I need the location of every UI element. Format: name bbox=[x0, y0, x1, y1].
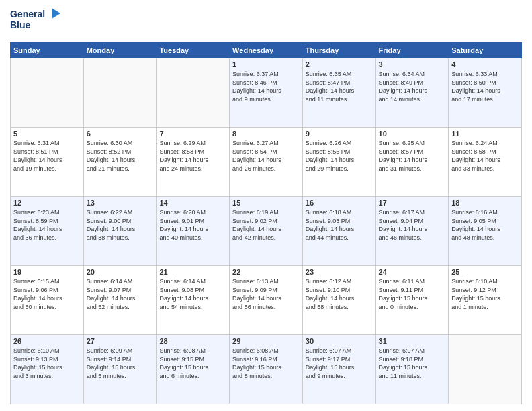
table-cell: 30Sunrise: 6:07 AM Sunset: 9:17 PM Dayli… bbox=[302, 335, 375, 404]
logo: General Blue bbox=[10, 7, 64, 37]
table-row: 12Sunrise: 6:23 AM Sunset: 8:59 PM Dayli… bbox=[11, 197, 522, 266]
day-number: 23 bbox=[306, 268, 373, 276]
day-number: 10 bbox=[379, 130, 446, 138]
day-info: Sunrise: 6:10 AM Sunset: 9:12 PM Dayligh… bbox=[451, 277, 519, 311]
day-info: Sunrise: 6:08 AM Sunset: 9:16 PM Dayligh… bbox=[232, 347, 300, 380]
day-number: 27 bbox=[87, 337, 154, 345]
day-number: 19 bbox=[13, 268, 81, 276]
svg-text:Blue: Blue bbox=[10, 19, 31, 30]
table-cell: 24Sunrise: 6:11 AM Sunset: 9:11 PM Dayli… bbox=[375, 266, 449, 335]
page: General Blue Sunday Monday Tuesday Wedne… bbox=[0, 0, 532, 411]
day-info: Sunrise: 6:35 AM Sunset: 8:47 PM Dayligh… bbox=[306, 70, 373, 103]
table-cell: 31Sunrise: 6:07 AM Sunset: 9:18 PM Dayli… bbox=[375, 335, 449, 404]
day-number: 13 bbox=[87, 199, 154, 207]
day-number: 1 bbox=[232, 60, 300, 68]
day-number: 16 bbox=[306, 199, 373, 207]
day-info: Sunrise: 6:08 AM Sunset: 9:15 PM Dayligh… bbox=[159, 347, 226, 380]
day-number: 8 bbox=[232, 130, 300, 138]
table-cell bbox=[83, 58, 157, 128]
day-number: 2 bbox=[306, 60, 373, 68]
day-info: Sunrise: 6:29 AM Sunset: 8:53 PM Dayligh… bbox=[159, 139, 226, 173]
table-cell: 26Sunrise: 6:10 AM Sunset: 9:13 PM Dayli… bbox=[11, 335, 84, 404]
table-cell: 2Sunrise: 6:35 AM Sunset: 8:47 PM Daylig… bbox=[302, 58, 375, 128]
table-cell: 3Sunrise: 6:34 AM Sunset: 8:49 PM Daylig… bbox=[375, 58, 449, 128]
table-cell: 11Sunrise: 6:24 AM Sunset: 8:58 PM Dayli… bbox=[449, 128, 522, 197]
day-info: Sunrise: 6:12 AM Sunset: 9:10 PM Dayligh… bbox=[306, 277, 373, 311]
table-cell: 28Sunrise: 6:08 AM Sunset: 9:15 PM Dayli… bbox=[157, 335, 230, 404]
day-number: 3 bbox=[379, 60, 446, 68]
day-number: 24 bbox=[379, 268, 446, 276]
day-info: Sunrise: 6:13 AM Sunset: 9:09 PM Dayligh… bbox=[232, 277, 300, 311]
day-info: Sunrise: 6:18 AM Sunset: 9:03 PM Dayligh… bbox=[306, 208, 373, 242]
table-cell: 23Sunrise: 6:12 AM Sunset: 9:10 PM Dayli… bbox=[302, 266, 375, 335]
table-cell bbox=[11, 58, 84, 128]
day-info: Sunrise: 6:24 AM Sunset: 8:58 PM Dayligh… bbox=[451, 139, 519, 173]
day-info: Sunrise: 6:31 AM Sunset: 8:51 PM Dayligh… bbox=[13, 139, 81, 173]
svg-text:General: General bbox=[10, 9, 45, 19]
day-info: Sunrise: 6:26 AM Sunset: 8:55 PM Dayligh… bbox=[306, 139, 373, 173]
day-info: Sunrise: 6:33 AM Sunset: 8:50 PM Dayligh… bbox=[451, 70, 519, 103]
table-row: 19Sunrise: 6:15 AM Sunset: 9:06 PM Dayli… bbox=[11, 266, 522, 335]
day-info: Sunrise: 6:07 AM Sunset: 9:17 PM Dayligh… bbox=[306, 347, 373, 380]
table-cell: 7Sunrise: 6:29 AM Sunset: 8:53 PM Daylig… bbox=[157, 128, 230, 197]
table-cell: 6Sunrise: 6:30 AM Sunset: 8:52 PM Daylig… bbox=[83, 128, 157, 197]
col-wednesday: Wednesday bbox=[230, 43, 303, 58]
day-info: Sunrise: 6:34 AM Sunset: 8:49 PM Dayligh… bbox=[379, 70, 446, 103]
header: General Blue bbox=[10, 7, 522, 37]
day-info: Sunrise: 6:07 AM Sunset: 9:18 PM Dayligh… bbox=[379, 347, 446, 380]
day-info: Sunrise: 6:25 AM Sunset: 8:57 PM Dayligh… bbox=[379, 139, 446, 173]
day-info: Sunrise: 6:16 AM Sunset: 9:05 PM Dayligh… bbox=[451, 208, 519, 242]
table-cell: 14Sunrise: 6:20 AM Sunset: 9:01 PM Dayli… bbox=[157, 197, 230, 266]
col-saturday: Saturday bbox=[449, 43, 522, 58]
day-info: Sunrise: 6:37 AM Sunset: 8:46 PM Dayligh… bbox=[232, 70, 300, 103]
table-row: 26Sunrise: 6:10 AM Sunset: 9:13 PM Dayli… bbox=[11, 335, 522, 404]
table-cell: 9Sunrise: 6:26 AM Sunset: 8:55 PM Daylig… bbox=[302, 128, 375, 197]
day-number: 30 bbox=[306, 337, 373, 345]
day-number: 28 bbox=[159, 337, 226, 345]
day-info: Sunrise: 6:14 AM Sunset: 9:08 PM Dayligh… bbox=[159, 277, 226, 311]
table-cell bbox=[449, 335, 522, 404]
table-cell: 1Sunrise: 6:37 AM Sunset: 8:46 PM Daylig… bbox=[230, 58, 303, 128]
day-number: 22 bbox=[232, 268, 300, 276]
day-info: Sunrise: 6:27 AM Sunset: 8:54 PM Dayligh… bbox=[232, 139, 300, 173]
day-number: 21 bbox=[159, 268, 226, 276]
table-cell: 17Sunrise: 6:17 AM Sunset: 9:04 PM Dayli… bbox=[375, 197, 449, 266]
col-tuesday: Tuesday bbox=[157, 43, 230, 58]
calendar-table: Sunday Monday Tuesday Wednesday Thursday… bbox=[10, 42, 522, 404]
day-info: Sunrise: 6:19 AM Sunset: 9:02 PM Dayligh… bbox=[232, 208, 300, 242]
table-cell: 25Sunrise: 6:10 AM Sunset: 9:12 PM Dayli… bbox=[449, 266, 522, 335]
day-number: 31 bbox=[379, 337, 446, 345]
table-cell: 21Sunrise: 6:14 AM Sunset: 9:08 PM Dayli… bbox=[157, 266, 230, 335]
day-info: Sunrise: 6:23 AM Sunset: 8:59 PM Dayligh… bbox=[13, 208, 81, 242]
table-cell: 13Sunrise: 6:22 AM Sunset: 9:00 PM Dayli… bbox=[83, 197, 157, 266]
day-number: 17 bbox=[379, 199, 446, 207]
table-cell: 22Sunrise: 6:13 AM Sunset: 9:09 PM Dayli… bbox=[230, 266, 303, 335]
day-info: Sunrise: 6:30 AM Sunset: 8:52 PM Dayligh… bbox=[87, 139, 154, 173]
col-sunday: Sunday bbox=[11, 43, 84, 58]
table-cell: 20Sunrise: 6:14 AM Sunset: 9:07 PM Dayli… bbox=[83, 266, 157, 335]
table-cell: 27Sunrise: 6:09 AM Sunset: 9:14 PM Dayli… bbox=[83, 335, 157, 404]
table-cell: 29Sunrise: 6:08 AM Sunset: 9:16 PM Dayli… bbox=[230, 335, 303, 404]
logo-svg: General Blue bbox=[10, 7, 64, 37]
day-number: 14 bbox=[159, 199, 226, 207]
day-info: Sunrise: 6:14 AM Sunset: 9:07 PM Dayligh… bbox=[87, 277, 154, 311]
table-row: 1Sunrise: 6:37 AM Sunset: 8:46 PM Daylig… bbox=[11, 58, 522, 128]
table-cell bbox=[157, 58, 230, 128]
day-number: 12 bbox=[13, 199, 81, 207]
col-monday: Monday bbox=[83, 43, 157, 58]
day-info: Sunrise: 6:09 AM Sunset: 9:14 PM Dayligh… bbox=[87, 347, 154, 380]
day-info: Sunrise: 6:17 AM Sunset: 9:04 PM Dayligh… bbox=[379, 208, 446, 242]
table-cell: 8Sunrise: 6:27 AM Sunset: 8:54 PM Daylig… bbox=[230, 128, 303, 197]
day-info: Sunrise: 6:20 AM Sunset: 9:01 PM Dayligh… bbox=[159, 208, 226, 242]
table-cell: 12Sunrise: 6:23 AM Sunset: 8:59 PM Dayli… bbox=[11, 197, 84, 266]
col-thursday: Thursday bbox=[302, 43, 375, 58]
day-number: 25 bbox=[451, 268, 519, 276]
table-cell: 19Sunrise: 6:15 AM Sunset: 9:06 PM Dayli… bbox=[11, 266, 84, 335]
day-info: Sunrise: 6:10 AM Sunset: 9:13 PM Dayligh… bbox=[13, 347, 81, 380]
day-number: 7 bbox=[159, 130, 226, 138]
table-cell: 18Sunrise: 6:16 AM Sunset: 9:05 PM Dayli… bbox=[449, 197, 522, 266]
table-cell: 16Sunrise: 6:18 AM Sunset: 9:03 PM Dayli… bbox=[302, 197, 375, 266]
svg-marker-2 bbox=[52, 8, 60, 19]
day-number: 11 bbox=[451, 130, 519, 138]
table-row: 5Sunrise: 6:31 AM Sunset: 8:51 PM Daylig… bbox=[11, 128, 522, 197]
